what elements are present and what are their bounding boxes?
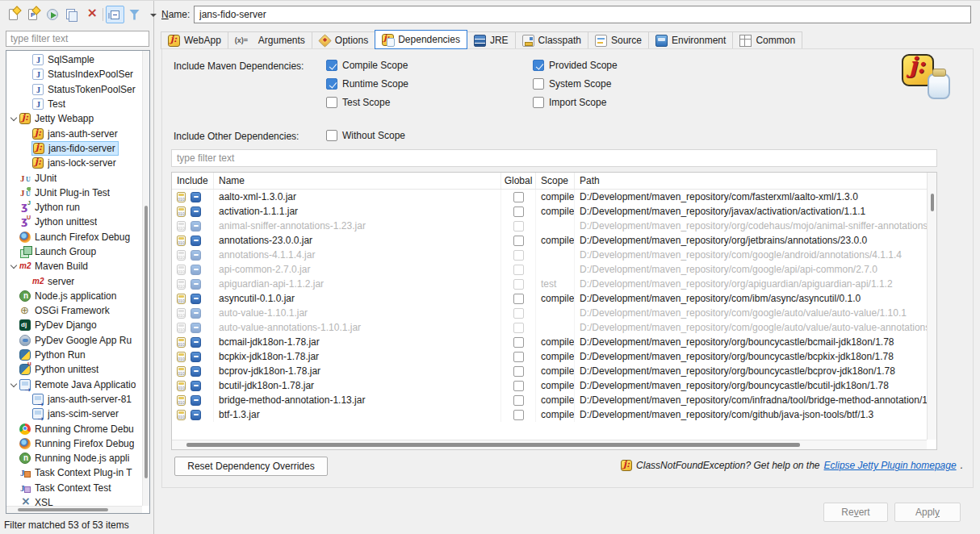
global-checkbox[interactable]: [513, 207, 524, 217]
global-checkbox[interactable]: [513, 395, 524, 406]
dependency-filter-input[interactable]: [171, 149, 937, 167]
table-row-bcpkix-jdk18on-1-78-jar[interactable]: bcpkix-jdk18on-1.78.jarcompileD:/Develop…: [172, 349, 936, 364]
exclude-toggle-icon[interactable]: [191, 207, 201, 217]
scrollbar-thumb[interactable]: [144, 206, 148, 478]
exclude-toggle-icon[interactable]: [191, 337, 201, 348]
checkbox-box[interactable]: [533, 60, 544, 71]
checkbox-box[interactable]: [326, 130, 337, 141]
column-header-name[interactable]: Name: [214, 173, 501, 189]
tree-item-pydev-google-app-ru[interactable]: PyDev Google App Ru: [6, 333, 142, 348]
new-launch-prototype-button[interactable]: [23, 6, 42, 23]
exclude-toggle-icon[interactable]: [191, 265, 201, 275]
table-vertical-scrollbar[interactable]: [927, 173, 936, 440]
tree-item-node-js-application[interactable]: Node.js application: [6, 289, 142, 303]
checkbox-compile-scope[interactable]: Compile Scope: [326, 59, 408, 72]
export-launch-configurations-button[interactable]: [43, 6, 61, 23]
global-checkbox[interactable]: [513, 337, 524, 348]
tree-item-server[interactable]: server: [6, 273, 142, 288]
tree-item-running-firefox-debug[interactable]: Running Firefox Debug: [6, 436, 142, 451]
global-checkbox[interactable]: [513, 279, 524, 290]
tree-item-jans-auth-server-81[interactable]: jans-auth-server-81: [6, 392, 142, 407]
checkbox-box[interactable]: [326, 97, 337, 108]
jetty-plugin-homepage-link[interactable]: Eclipse Jetty Plugin homepage: [824, 460, 957, 471]
checkbox-without-scope[interactable]: Without Scope: [326, 129, 405, 142]
tree-item-statustokenpoolser[interactable]: StatusTokenPoolSer: [6, 82, 142, 97]
table-row-auto-value-annotations-1-10-1-jar[interactable]: auto-value-annotations-1.10.1.jarD:/Deve…: [172, 320, 936, 335]
expand-chevron-icon[interactable]: [10, 380, 19, 390]
collapse-all-button[interactable]: [106, 6, 124, 23]
column-header-global[interactable]: Global: [501, 173, 536, 189]
checkbox-provided-scope[interactable]: Provided Scope: [533, 59, 618, 72]
table-row-aalto-xml-1-3-0-jar[interactable]: aalto-xml-1.3.0.jarcompileD:/Development…: [172, 190, 936, 204]
global-checkbox[interactable]: [513, 265, 524, 275]
scrollbar-thumb[interactable]: [931, 194, 934, 211]
tab-jre[interactable]: JRE: [467, 31, 516, 49]
table-row-annotations-4-1-1-4-jar[interactable]: annotations-4.1.1.4.jarD:/Development/ma…: [172, 248, 936, 262]
scrollbar-thumb[interactable]: [186, 443, 800, 447]
table-row-apiguardian-api-1-1-2-jar[interactable]: apiguardian-api-1.1.2.jartestD:/Developm…: [172, 277, 936, 291]
global-checkbox[interactable]: [513, 366, 524, 377]
exclude-toggle-icon[interactable]: [191, 236, 201, 246]
expand-chevron-icon[interactable]: [10, 114, 19, 123]
tree-item-junit[interactable]: JUnit: [6, 170, 142, 185]
name-input[interactable]: [194, 6, 971, 23]
tree-item-jetty-webapp[interactable]: Jetty Webapp: [6, 111, 142, 126]
configurations-filter-input[interactable]: [6, 31, 149, 47]
tree-item-maven-build[interactable]: Maven Build: [6, 259, 142, 273]
table-row-bridge-method-annotation-1-13-jar[interactable]: bridge-method-annotation-1.13.jarcompile…: [172, 393, 936, 407]
tree-item-jans-auth-server[interactable]: jans-auth-server: [6, 126, 142, 140]
tab-common[interactable]: Common: [732, 31, 802, 49]
exclude-toggle-icon[interactable]: [191, 395, 201, 406]
tree-item-jython-unittest[interactable]: Jython unittest: [6, 215, 142, 229]
checkbox-box[interactable]: [533, 78, 544, 90]
checkbox-box[interactable]: [533, 97, 544, 108]
table-horizontal-scrollbar[interactable]: [172, 440, 927, 449]
global-checkbox[interactable]: [513, 250, 524, 261]
exclude-toggle-icon[interactable]: [191, 308, 201, 319]
checkbox-import-scope[interactable]: Import Scope: [533, 96, 618, 109]
table-row-api-common-2-7-0-jar[interactable]: api-common-2.7.0.jarD:/Development/maven…: [172, 262, 936, 277]
tree-item-running-node-js-appli[interactable]: Running Node.js appli: [6, 451, 142, 465]
tree-item-statusindexpoolser[interactable]: StatusIndexPoolSer: [6, 67, 142, 81]
checkbox-box[interactable]: [326, 60, 337, 71]
tab-dependencies[interactable]: Dependencies: [375, 30, 467, 49]
column-header-path[interactable]: Path: [575, 173, 936, 189]
global-checkbox[interactable]: [513, 221, 524, 232]
tree-item-jans-scim-server[interactable]: jans-scim-server: [6, 407, 142, 421]
tree-item-jans-lock-server[interactable]: jans-lock-server: [6, 156, 142, 170]
tree-item-sqlsample[interactable]: SqlSample: [6, 52, 142, 67]
checkbox-box[interactable]: [326, 78, 337, 90]
tab-arguments[interactable]: Arguments: [228, 31, 312, 49]
tab-webapp[interactable]: WebApp: [161, 31, 228, 49]
exclude-toggle-icon[interactable]: [191, 410, 201, 420]
revert-button[interactable]: Revert: [823, 503, 888, 522]
tree-item-task-context-test[interactable]: Task Context Test: [6, 481, 142, 495]
table-row-bcmail-jdk18on-1-78-jar[interactable]: bcmail-jdk18on-1.78.jarcompileD:/Develop…: [172, 335, 936, 349]
exclude-toggle-icon[interactable]: [191, 366, 201, 377]
exclude-toggle-icon[interactable]: [191, 221, 201, 232]
tab-options[interactable]: Options: [312, 31, 375, 49]
tree-item-python-unittest[interactable]: Python unittest: [6, 362, 142, 377]
tab-source[interactable]: Source: [588, 31, 649, 49]
apply-button[interactable]: Apply: [894, 503, 961, 522]
checkbox-runtime-scope[interactable]: Runtime Scope: [326, 77, 408, 90]
table-row-annotations-23-0-0-jar[interactable]: annotations-23.0.0.jarcompileD:/Developm…: [172, 233, 936, 248]
scrollbar-thumb[interactable]: [18, 508, 108, 511]
exclude-toggle-icon[interactable]: [191, 323, 201, 333]
table-row-btf-1-3-jar[interactable]: btf-1.3.jarcompileD:/Development/maven_r…: [172, 407, 936, 422]
tree-item-launch-group[interactable]: Launch Group: [6, 244, 142, 259]
global-checkbox[interactable]: [513, 308, 524, 319]
tree-item-junit-plug-in-test[interactable]: JUnit Plug-in Test: [6, 186, 142, 200]
global-checkbox[interactable]: [513, 294, 524, 304]
tree-item-pydev-django[interactable]: PyDev Django: [6, 318, 142, 332]
tree-item-task-context-plug-in-t[interactable]: Task Context Plug-in T: [6, 465, 142, 480]
checkbox-test-scope[interactable]: Test Scope: [326, 96, 408, 109]
exclude-toggle-icon[interactable]: [191, 352, 201, 362]
filter-launch-configurations-button[interactable]: [125, 6, 144, 23]
global-checkbox[interactable]: [513, 192, 524, 202]
global-checkbox[interactable]: [513, 352, 524, 362]
tree-vertical-scrollbar[interactable]: [142, 51, 149, 506]
table-row-bcutil-jdk18on-1-78-jar[interactable]: bcutil-jdk18on-1.78.jarcompileD:/Develop…: [172, 378, 936, 393]
tab-environment[interactable]: Environment: [648, 31, 733, 49]
tab-classpath[interactable]: Classpath: [515, 31, 588, 49]
